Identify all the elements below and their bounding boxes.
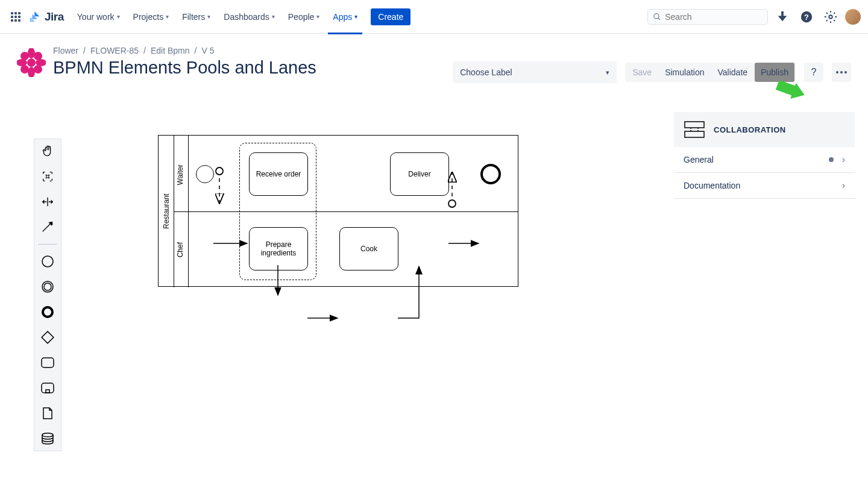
app-switcher-icon[interactable]	[7, 8, 24, 25]
svg-point-25	[42, 433, 53, 437]
svg-point-11	[34, 52, 42, 60]
label-select[interactable]: Choose Label ▾	[453, 61, 617, 83]
page-title: BPMN Elements Pools and Lanes	[53, 58, 316, 78]
svg-line-1	[658, 17, 660, 19]
publish-button[interactable]: Publish	[755, 63, 794, 82]
svg-point-15	[840, 71, 843, 73]
gateway-icon[interactable]	[39, 329, 56, 346]
svg-point-13	[34, 65, 42, 73]
svg-rect-23	[42, 383, 54, 393]
data-store-icon[interactable]	[39, 430, 56, 447]
properties-header: COLLABORATION	[674, 112, 855, 147]
data-object-icon[interactable]	[39, 405, 56, 422]
flows	[158, 135, 520, 376]
nav-people[interactable]: People▾	[283, 10, 325, 24]
props-general[interactable]: General›	[674, 147, 855, 173]
svg-point-12	[20, 65, 29, 73]
svg-rect-22	[42, 358, 54, 367]
jira-logo[interactable]: Jira	[28, 10, 64, 24]
properties-title: COLLABORATION	[714, 125, 786, 134]
help-button[interactable]: ?	[804, 63, 823, 82]
breadcrumb-item[interactable]: Flower	[53, 46, 78, 55]
props-documentation[interactable]: Documentation›	[674, 173, 855, 199]
subprocess-icon[interactable]	[39, 380, 56, 396]
svg-rect-21	[42, 331, 54, 343]
connect-tool-icon[interactable]	[39, 219, 56, 236]
nav-your-work[interactable]: Your work▾	[72, 10, 125, 24]
tool-palette	[34, 139, 61, 451]
svg-point-0	[654, 13, 659, 18]
start-event-icon[interactable]	[39, 253, 56, 270]
jira-logo-text: Jira	[45, 10, 64, 23]
project-icon	[17, 48, 46, 77]
simulation-button[interactable]: Simulation	[659, 63, 710, 82]
more-button[interactable]	[832, 63, 851, 82]
search-input[interactable]	[665, 12, 763, 22]
breadcrumb-item[interactable]: Edit Bpmn	[151, 46, 190, 55]
nav-projects[interactable]: Projects▾	[128, 10, 174, 24]
collaboration-icon	[684, 120, 705, 139]
svg-rect-24	[46, 390, 49, 393]
validate-button[interactable]: Validate	[712, 63, 754, 82]
hand-tool-icon[interactable]	[39, 143, 56, 160]
top-nav: Jira Your work▾ Projects▾ Filters▾ Dashb…	[0, 0, 868, 34]
svg-point-16	[844, 71, 847, 73]
nav-apps[interactable]: Apps▾	[328, 10, 362, 24]
more-icon	[836, 71, 847, 73]
user-avatar[interactable]	[845, 9, 861, 25]
save-button: Save	[626, 63, 658, 82]
svg-point-19	[44, 283, 51, 290]
notifications-icon[interactable]	[773, 7, 792, 27]
end-event-icon[interactable]	[39, 304, 56, 320]
svg-point-20	[43, 307, 52, 317]
svg-rect-34	[685, 131, 704, 137]
svg-point-10	[20, 52, 29, 60]
intermediate-event-icon[interactable]	[39, 278, 56, 295]
chevron-down-icon: ▾	[606, 69, 609, 77]
task-icon[interactable]	[39, 354, 56, 371]
svg-point-17	[42, 256, 53, 267]
svg-rect-33	[685, 122, 704, 128]
breadcrumb-item[interactable]: V 5	[201, 46, 214, 55]
page-header: Flower/ FLOWER-85/ Edit Bpmn/ V 5 BPMN E…	[0, 34, 868, 89]
nav-dashboards[interactable]: Dashboards▾	[219, 10, 280, 24]
space-tool-icon[interactable]	[39, 193, 56, 210]
lasso-tool-icon[interactable]	[39, 168, 56, 185]
svg-point-5	[27, 58, 36, 67]
search-box[interactable]	[647, 9, 768, 25]
settings-icon[interactable]	[821, 7, 840, 27]
nav-filters[interactable]: Filters▾	[177, 10, 215, 24]
search-icon	[653, 12, 661, 22]
help-icon[interactable]: ?	[797, 7, 816, 27]
properties-panel: COLLABORATION General› Documentation›	[674, 112, 855, 199]
svg-point-4	[829, 15, 832, 19]
svg-point-14	[836, 71, 838, 73]
svg-text:?: ?	[804, 12, 809, 21]
breadcrumb-item[interactable]: FLOWER-85	[90, 46, 139, 55]
breadcrumb: Flower/ FLOWER-85/ Edit Bpmn/ V 5	[53, 46, 316, 55]
create-button[interactable]: Create	[371, 8, 410, 25]
hint-arrow-icon	[770, 81, 813, 111]
